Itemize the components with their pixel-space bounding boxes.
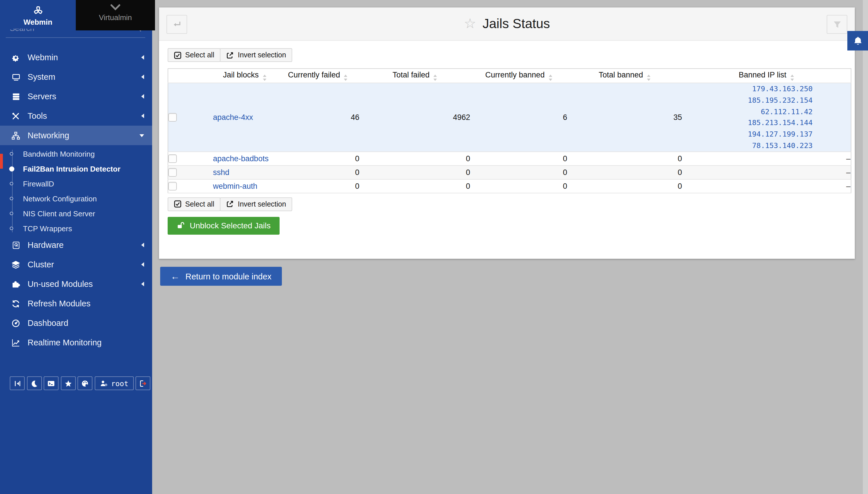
panel-header: ☆ Jails Status bbox=[159, 7, 855, 41]
sidebar-item-networking[interactable]: Networking bbox=[0, 126, 152, 145]
bullet-icon bbox=[10, 197, 13, 200]
sidebar-item-label: System bbox=[27, 72, 55, 81]
title-area: ☆ Jails Status bbox=[159, 7, 855, 40]
tab-virtualmin[interactable]: Virtualmin bbox=[76, 0, 155, 31]
sidebar-item-bandwidth-monitoring[interactable]: Bandwidth Monitoring bbox=[0, 146, 152, 161]
sidebar-item-cluster[interactable]: Cluster bbox=[0, 255, 152, 274]
total-banned-value: 0 bbox=[567, 166, 682, 179]
sidebar-item-refresh-modules[interactable]: Refresh Modules bbox=[0, 294, 152, 313]
sort-icon[interactable] bbox=[263, 75, 266, 81]
bell-icon bbox=[853, 36, 863, 45]
logout-button[interactable] bbox=[135, 376, 150, 390]
currently-banned-value: 0 bbox=[470, 179, 567, 193]
page-title: Jails Status bbox=[482, 16, 550, 32]
chevron-left-icon bbox=[141, 75, 144, 79]
chevron-left-icon bbox=[141, 282, 144, 286]
table-row-sshd: sshd 0 0 0 0 – bbox=[168, 166, 851, 179]
sidebar-item-tools[interactable]: Tools bbox=[0, 106, 152, 126]
theme-button[interactable] bbox=[77, 376, 92, 390]
select-all-button[interactable]: Select all bbox=[167, 48, 220, 62]
chevron-down-icon bbox=[110, 4, 121, 11]
sort-icon[interactable] bbox=[791, 75, 794, 81]
panel-body: Select all Invert selection Jail blocks … bbox=[159, 41, 855, 235]
banned-ip: 62.112.11.42 bbox=[682, 106, 850, 117]
row-checkbox[interactable] bbox=[168, 182, 177, 190]
sidebar: Search Webmin Virtual bbox=[0, 0, 152, 494]
select-all-button[interactable]: Select all bbox=[167, 197, 220, 211]
col-total-failed[interactable]: Total failed bbox=[359, 69, 470, 83]
selection-toolbar-top: Select all Invert selection bbox=[167, 48, 855, 62]
selection-toolbar-bottom: Select all Invert selection bbox=[167, 197, 855, 211]
sidebar-item-label: Tools bbox=[27, 111, 47, 120]
sidebar-item-network-configuration[interactable]: Network Configuration bbox=[0, 191, 152, 206]
sidebar-item-fail2ban[interactable]: Fail2Ban Intrusion Detector bbox=[0, 161, 152, 176]
sidebar-subitem-label: FirewallD bbox=[23, 179, 54, 188]
speedometer-icon bbox=[10, 319, 21, 327]
invert-selection-button[interactable]: Invert selection bbox=[220, 197, 292, 211]
sidebar-subitem-label: Fail2Ban Intrusion Detector bbox=[23, 164, 121, 173]
jail-link[interactable]: apache-4xx bbox=[213, 113, 253, 122]
sidebar-item-label: Webmin bbox=[27, 53, 58, 62]
col-currently-banned[interactable]: Currently banned bbox=[470, 69, 567, 83]
sidebar-item-label: Refresh Modules bbox=[27, 299, 90, 308]
sidebar-item-hardware[interactable]: Hardware bbox=[0, 235, 152, 255]
sort-icon[interactable] bbox=[647, 75, 650, 81]
favorites-button[interactable] bbox=[60, 376, 75, 390]
arrow-out-of-box-icon bbox=[226, 201, 234, 208]
currently-banned-value: 6 bbox=[470, 83, 567, 152]
sidebar-subitem-label: Bandwidth Monitoring bbox=[23, 150, 95, 158]
collapse-sidebar-button[interactable] bbox=[10, 376, 25, 390]
palette-icon bbox=[81, 380, 89, 387]
unblock-selected-jails-button[interactable]: Unblock Selected Jails bbox=[167, 217, 280, 235]
col-total-banned[interactable]: Total banned bbox=[567, 69, 682, 83]
sort-icon[interactable] bbox=[344, 75, 348, 81]
terminal-icon bbox=[47, 380, 55, 387]
col-jail-blocks[interactable]: Jail blocks bbox=[213, 69, 276, 83]
arrow-out-of-box-icon bbox=[226, 51, 234, 59]
checkbox-check-icon bbox=[174, 201, 181, 208]
row-checkbox[interactable] bbox=[168, 154, 177, 163]
product-tabbar: Webmin Virtualmin bbox=[0, 0, 155, 31]
invert-selection-button[interactable]: Invert selection bbox=[220, 48, 292, 62]
sidebar-footer: root bbox=[10, 376, 150, 390]
terminal-button[interactable] bbox=[44, 376, 58, 390]
hard-drive-icon bbox=[10, 241, 21, 249]
server-stack-icon bbox=[10, 92, 21, 101]
col-banned-ip-list[interactable]: Banned IP list bbox=[682, 69, 851, 83]
sidebar-item-realtime-monitoring[interactable]: Realtime Monitoring bbox=[0, 333, 152, 352]
tools-icon bbox=[10, 112, 21, 120]
notifications-button[interactable] bbox=[847, 31, 868, 51]
sidebar-item-tcp-wrappers[interactable]: TCP Wrappers bbox=[0, 221, 152, 236]
currently-failed-value: 0 bbox=[276, 166, 359, 179]
jail-link[interactable]: webmin-auth bbox=[213, 182, 257, 190]
row-checkbox[interactable] bbox=[168, 168, 177, 177]
user-root-button[interactable]: root bbox=[94, 376, 133, 390]
night-mode-button[interactable] bbox=[27, 376, 42, 390]
tab-webmin[interactable]: Webmin bbox=[0, 0, 76, 29]
sidebar-item-servers[interactable]: Servers bbox=[0, 87, 152, 106]
row-checkbox[interactable] bbox=[168, 113, 177, 122]
sidebar-item-dashboard[interactable]: Dashboard bbox=[0, 313, 152, 333]
sidebar-item-unused-modules[interactable]: Un-used Modules bbox=[0, 274, 152, 294]
chevron-left-icon bbox=[141, 262, 144, 267]
sidebar-item-system[interactable]: System bbox=[0, 67, 152, 87]
sidebar-item-nis-client-server[interactable]: NIS Client and Server bbox=[0, 206, 152, 221]
sidebar-divider bbox=[6, 37, 145, 38]
sidebar-item-label: Cluster bbox=[27, 260, 54, 269]
filter-button[interactable] bbox=[827, 15, 847, 34]
table-row-apache-badbots: apache-badbots 0 0 0 0 – bbox=[168, 152, 851, 166]
col-currently-failed[interactable]: Currently failed bbox=[276, 69, 359, 83]
sort-icon[interactable] bbox=[549, 75, 552, 81]
star-outline-icon[interactable]: ☆ bbox=[464, 16, 476, 30]
sidebar-item-label: Hardware bbox=[27, 241, 64, 250]
sidebar-item-firewalld[interactable]: FirewallD bbox=[0, 176, 152, 191]
sort-icon[interactable] bbox=[434, 75, 437, 81]
jails-table: Jail blocks Currently failed Total faile… bbox=[167, 68, 851, 193]
jail-link[interactable]: sshd bbox=[213, 168, 229, 177]
star-icon bbox=[64, 380, 72, 387]
sidebar-item-webmin[interactable]: Webmin bbox=[0, 48, 152, 67]
currently-failed-value: 0 bbox=[276, 152, 359, 166]
return-to-module-index-button[interactable]: ← Return to module index bbox=[160, 267, 282, 286]
jail-link[interactable]: apache-badbots bbox=[213, 154, 269, 163]
page-scrollbar[interactable] bbox=[863, 0, 868, 494]
